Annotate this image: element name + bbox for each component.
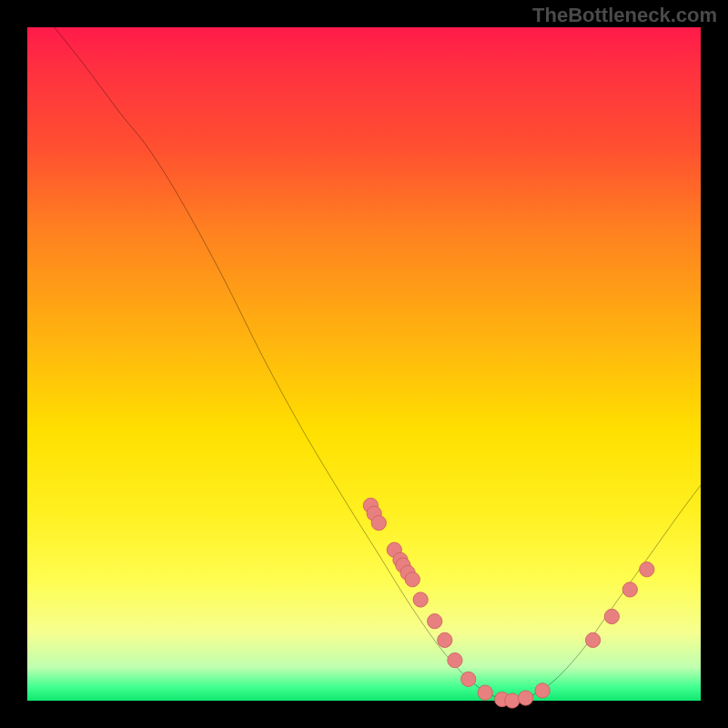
data-marker <box>505 693 520 708</box>
data-marker <box>640 562 654 577</box>
data-marker <box>438 632 452 647</box>
data-marker <box>413 592 428 607</box>
data-marker <box>604 609 619 623</box>
data-marker <box>478 685 492 700</box>
watermark-label: TheBottleneck.com <box>532 4 717 27</box>
data-marker <box>448 652 462 667</box>
bottleneck-curve <box>55 27 701 701</box>
data-marker <box>428 614 442 629</box>
data-markers <box>363 498 654 708</box>
data-marker <box>461 672 476 686</box>
data-marker <box>518 691 532 705</box>
chart-container: TheBottleneck.com <box>0 0 728 728</box>
plot-area <box>27 27 701 701</box>
data-marker <box>535 683 550 698</box>
data-marker <box>585 632 600 647</box>
chart-svg <box>27 27 701 701</box>
data-marker <box>622 582 637 597</box>
data-marker <box>405 572 420 587</box>
data-marker <box>371 516 386 531</box>
